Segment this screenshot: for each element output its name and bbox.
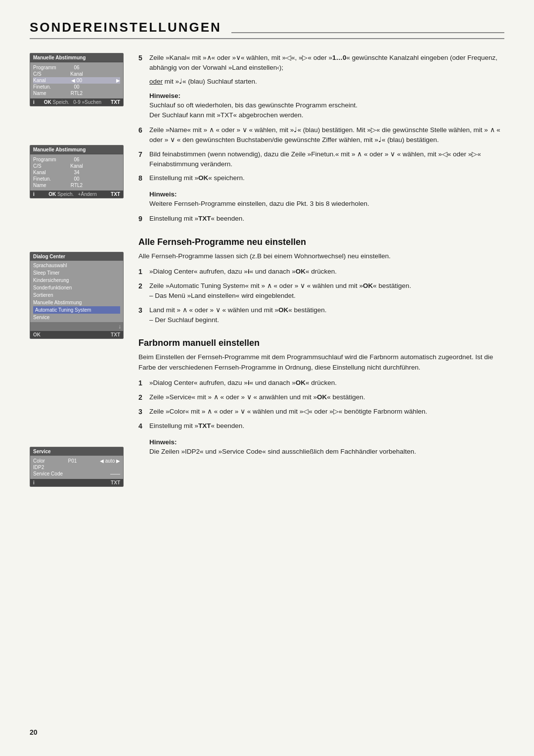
- dialog-row-manuel: Manuelle Abstimmung: [33, 299, 120, 306]
- ui-box-row-cs: C/S Kanal: [33, 71, 120, 77]
- step-5-oder: oder mit »♩« (blau) Suchlauf starten.: [149, 77, 504, 85]
- ui-box-footer-2: i OK Speich. +Ändern TXT: [30, 190, 123, 198]
- alle-step-3-text: Land mit » ∧ « oder » ∨ « wählen und mit…: [149, 305, 504, 326]
- step-9: 9 Einstellung mit »TXT« beenden.: [138, 214, 504, 224]
- service-box: Service Color P01 ◀ auto ▶ IDP2 Service …: [30, 447, 124, 487]
- dialog-row-kinder: Kindersicherung: [33, 277, 120, 284]
- step-6-text: Zeile »Name« mit » ∧ « oder » ∨ « wählen…: [149, 125, 504, 145]
- hinweis-3-title: Hinweis:: [149, 438, 504, 446]
- step-9-text: Einstellung mit »TXT« beenden.: [149, 214, 504, 224]
- dialog-row-auto: Automatic Tuning System: [33, 306, 120, 314]
- farbnorm-step-4-text: Einstellung mit »TXT« beenden.: [149, 421, 504, 431]
- dialog-footer: OK TXT: [30, 331, 123, 338]
- farbnorm-step-3-text: Zeile »Color« mit » ∧ « oder » ∨ « wähle…: [149, 407, 504, 417]
- alle-step-2-num: 2: [138, 281, 149, 301]
- ui-box-row-programm: Programm 06: [33, 64, 120, 71]
- alle-step-1-num: 1: [138, 267, 149, 277]
- farbnorm-step-2: 2 Zeile »Service« mit » ∧ « oder » ∨ « a…: [138, 392, 504, 403]
- ui-box-footer-1: i OK Speich. 0-9 »Suchen TXT: [30, 98, 123, 106]
- ui-box-row2-programm: Programm 06: [33, 156, 120, 163]
- alle-step-3: 3 Land mit » ∧ « oder » ∨ « wählen und m…: [138, 305, 504, 326]
- alle-step-2: 2 Zeile »Automatic Tuning System« mit » …: [138, 281, 504, 301]
- section-alle-heading: Alle Fernseh-Programme neu einstellen: [138, 237, 504, 247]
- section-farbnorm-intro: Beim Einstellen der Fernseh-Programme mi…: [138, 352, 504, 373]
- section-farbnorm-heading: Farbnorm manuell einstellen: [138, 338, 504, 348]
- farbnorm-step-3-num: 3: [138, 407, 149, 417]
- dialog-row-sleep: Sleep Timer: [33, 269, 120, 277]
- ui-box-row2-kanal: Kanal 34: [33, 169, 120, 176]
- ui-box-row2-finetun: Finetun. 00: [33, 176, 120, 182]
- step-8: 8 Einstellung mit »OK« speichern.: [138, 173, 504, 184]
- alle-step-1: 1 »Dialog Center« aufrufen, dazu »i« und…: [138, 267, 504, 277]
- page-title: SONDEREINSTELLUNGEN: [30, 20, 222, 35]
- header-line: [231, 32, 504, 33]
- ui-box-title-1: Manuelle Abstimmung: [30, 53, 123, 62]
- step-7: 7 Bild feinabstimmen (wenn notwendig), d…: [138, 149, 504, 170]
- dialog-row-sort: Sortieren: [33, 291, 120, 299]
- farbnorm-step-1: 1 »Dialog Center« aufrufen, dazu »i« und…: [138, 378, 504, 388]
- hinweis-3-text: Die Zeilen »IDP2« und »Service Code« sin…: [149, 447, 504, 457]
- farbnorm-step-2-text: Zeile »Service« mit » ∧ « oder » ∨ « anw…: [149, 392, 504, 403]
- ui-box-body-1: Programm 06 C/S Kanal Kanal ◀ 00 ▶: [30, 62, 123, 98]
- hinweise-1-line2: Der Suchlauf kann mit »TXT« abgebrochen …: [149, 110, 504, 120]
- step-9-num: 9: [138, 214, 149, 224]
- page: SONDEREINSTELLUNGEN Manuelle Abstimmung …: [0, 0, 534, 756]
- farbnorm-step-4-num: 4: [138, 421, 149, 431]
- ui-box-row-finetun: Finetun. 00: [33, 84, 120, 90]
- farbnorm-step-1-text: »Dialog Center« aufrufen, dazu »i« und d…: [149, 378, 504, 388]
- ui-box-manual-1: Manuelle Abstimmung Programm 06 C/S Kana…: [30, 53, 124, 106]
- dialog-row-service: Service: [33, 314, 120, 321]
- step-5-text: Zeile »Kanal« mit »∧« oder »∨« wählen, m…: [149, 53, 504, 73]
- spacer-2: [30, 207, 129, 252]
- step-5-num: 5: [138, 53, 149, 73]
- service-box-title: Service: [30, 447, 123, 456]
- hinweis-2-text: Weitere Fernseh-Programme einstellen, da…: [149, 199, 504, 209]
- ui-box-row2-cs: C/S Kanal: [33, 163, 120, 169]
- ui-box-row-name: Name RTL2: [33, 90, 120, 96]
- alle-step-3-num: 3: [138, 305, 149, 326]
- page-number: 20: [30, 728, 38, 736]
- service-footer: i TXT: [30, 479, 123, 486]
- hinweis-2-title: Hinweis:: [149, 190, 504, 198]
- ui-box-body-2: Programm 06 C/S Kanal Kanal 34: [30, 154, 123, 190]
- farbnorm-step-2-num: 2: [138, 392, 149, 403]
- farbnorm-step-4: 4 Einstellung mit »TXT« beenden.: [138, 421, 504, 431]
- alle-step-2-text: Zeile »Automatic Tuning System« mit » ∧ …: [149, 281, 504, 301]
- spacer-1: [30, 115, 129, 145]
- farbnorm-step-1-num: 1: [138, 378, 149, 388]
- left-column: Manuelle Abstimmung Programm 06 C/S Kana…: [30, 53, 138, 736]
- dialog-box: Dialog Center Sprachauswahl Sleep Timer …: [30, 252, 124, 339]
- service-row-code: Service Code ——: [33, 471, 120, 477]
- dialog-box-body: Sprachauswahl Sleep Timer Kindersicherun…: [30, 261, 123, 322]
- ui-box-manual-2: Manuelle Abstimmung Programm 06 C/S Kana…: [30, 145, 124, 198]
- step-6-num: 6: [138, 125, 149, 145]
- step-8-num: 8: [138, 173, 149, 184]
- section-alle-intro: Alle Fernseh-Programme lassen sich (z.B …: [138, 251, 504, 262]
- hinweise-1: Hinweise: Suchlauf so oft wiederholen, b…: [149, 92, 504, 121]
- hinweise-1-line1: Suchlauf so oft wiederholen, bis das gew…: [149, 100, 504, 110]
- dialog-scroll: ↓: [30, 322, 123, 331]
- dialog-row-sprachauswahl: Sprachauswahl: [33, 262, 120, 269]
- right-column: 5 Zeile »Kanal« mit »∧« oder »∨« wählen,…: [138, 53, 504, 736]
- step-7-num: 7: [138, 149, 149, 170]
- service-row-idp2: IDP2: [33, 464, 120, 471]
- spacer-3: [30, 348, 129, 447]
- hinweis-3: Hinweis: Die Zeilen »IDP2« und »Service …: [149, 438, 504, 457]
- step-8-text: Einstellung mit »OK« speichern.: [149, 173, 504, 184]
- dialog-row-sonder: Sonderfunktionen: [33, 284, 120, 291]
- step-7-text: Bild feinabstimmen (wenn notwendig), daz…: [149, 149, 504, 170]
- alle-step-1-text: »Dialog Center« aufrufen, dazu »i« und d…: [149, 267, 504, 277]
- hinweise-1-title: Hinweise:: [149, 92, 504, 99]
- main-layout: Manuelle Abstimmung Programm 06 C/S Kana…: [30, 53, 504, 736]
- hinweis-2: Hinweis: Weitere Fernseh-Programme einst…: [149, 190, 504, 209]
- farbnorm-step-3: 3 Zeile »Color« mit » ∧ « oder » ∨ « wäh…: [138, 407, 504, 417]
- ui-box-title-2: Manuelle Abstimmung: [30, 145, 123, 154]
- dialog-box-title: Dialog Center: [30, 252, 123, 261]
- service-row-color: Color P01 ◀ auto ▶: [33, 458, 120, 464]
- page-header: SONDEREINSTELLUNGEN: [30, 20, 504, 39]
- service-box-body: Color P01 ◀ auto ▶ IDP2 Service Code ——: [30, 456, 123, 479]
- step-5: 5 Zeile »Kanal« mit »∧« oder »∨« wählen,…: [138, 53, 504, 73]
- ui-box-row-kanal: Kanal ◀ 00 ▶: [33, 77, 120, 84]
- step-6: 6 Zeile »Name« mit » ∧ « oder » ∨ « wähl…: [138, 125, 504, 145]
- ui-box-row2-name: Name RTL2: [33, 182, 120, 189]
